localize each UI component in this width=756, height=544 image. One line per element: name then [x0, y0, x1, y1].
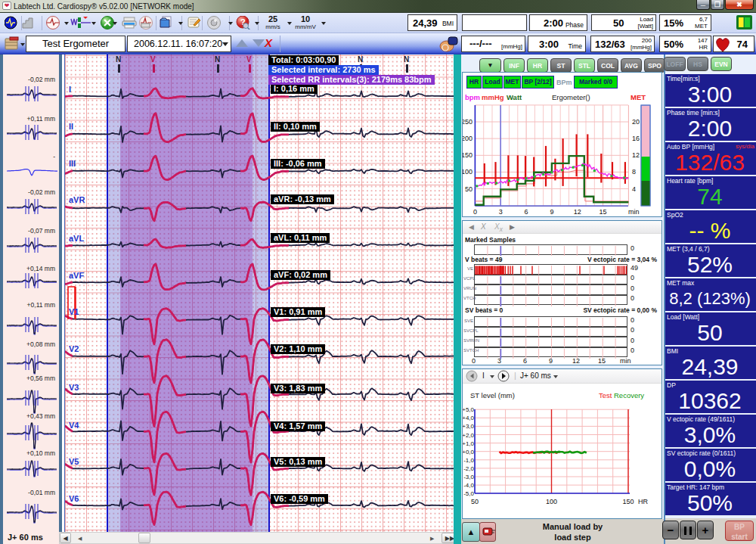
svg-text:20: 20 — [632, 118, 640, 126]
svg-text:9: 9 — [550, 208, 553, 216]
svg-text:-5,0: -5,0 — [463, 490, 474, 497]
svg-text:200: 200 — [463, 135, 472, 142]
svg-text:MET: MET — [631, 93, 646, 101]
svg-text:15: 15 — [600, 208, 607, 216]
svg-text:mmHg: mmHg — [482, 93, 504, 101]
svg-text:-1,0: -1,0 — [463, 457, 474, 464]
svg-text:+4,0: +4,0 — [463, 415, 475, 421]
svg-text:Recovery: Recovery — [614, 391, 644, 399]
svg-text:+3,0: +3,0 — [463, 423, 475, 430]
svg-text:HR: HR — [638, 498, 648, 505]
svg-text:+2,0: +2,0 — [463, 432, 475, 439]
svg-text:8: 8 — [632, 168, 636, 176]
svg-text:ST level (mm): ST level (mm) — [470, 391, 515, 399]
svg-text:bpm: bpm — [465, 93, 480, 101]
svg-text:150: 150 — [622, 498, 634, 505]
svg-text:+1,0: +1,0 — [463, 440, 475, 447]
svg-text:-2,0: -2,0 — [463, 465, 474, 472]
svg-text:150: 150 — [463, 151, 472, 159]
svg-text:Ergometer(): Ergometer() — [552, 93, 590, 101]
svg-text:100: 100 — [463, 168, 472, 176]
svg-text:+0,0: +0,0 — [463, 449, 475, 455]
svg-text:6: 6 — [525, 208, 528, 216]
svg-text:4: 4 — [632, 185, 636, 193]
svg-text:min: min — [628, 208, 640, 216]
svg-text:100: 100 — [546, 498, 557, 505]
svg-text:Test: Test — [599, 391, 612, 399]
svg-text:-4,0: -4,0 — [463, 482, 474, 489]
svg-text:-3,0: -3,0 — [463, 474, 474, 480]
svg-text:12: 12 — [632, 151, 640, 159]
svg-text:12: 12 — [574, 208, 581, 216]
svg-text:50: 50 — [465, 185, 472, 193]
svg-text:16: 16 — [632, 135, 640, 142]
svg-text:+5,0: +5,0 — [463, 406, 475, 413]
svg-text:Watt: Watt — [507, 93, 522, 101]
svg-text:50: 50 — [471, 498, 479, 505]
svg-text:0: 0 — [473, 208, 477, 216]
svg-text:250: 250 — [463, 118, 472, 126]
svg-text:3: 3 — [499, 208, 503, 216]
